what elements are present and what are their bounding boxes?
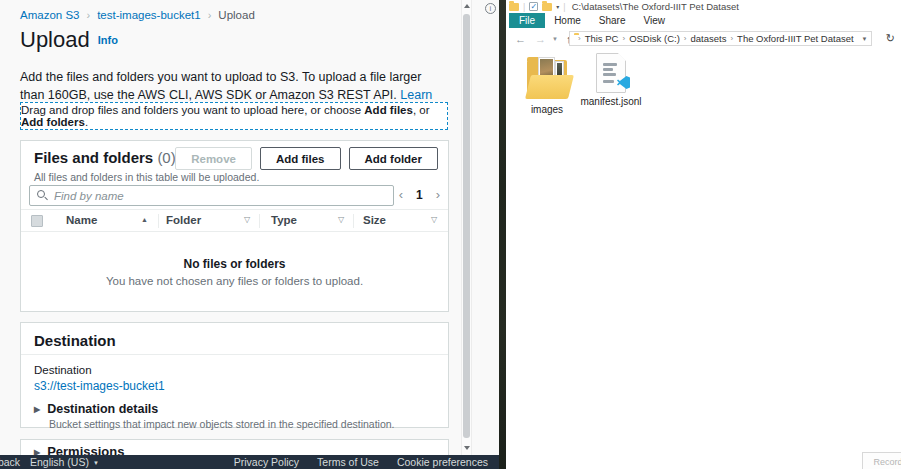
chevron-down-icon: ▼ <box>93 460 99 466</box>
page-title-text: Upload <box>20 27 90 52</box>
explorer-content: images manifest.jsonl <box>506 48 901 469</box>
column-header-type[interactable]: Type <box>271 214 297 226</box>
files-and-folders-card: Files and folders (0) Remove Add files A… <box>20 140 449 312</box>
destination-details-label: Destination details <box>47 402 158 416</box>
refresh-icon[interactable]: ↻ <box>886 32 895 45</box>
breadcrumb-separator-icon: › <box>208 9 212 21</box>
breadcrumb-bucket[interactable]: test-images-bucket1 <box>97 9 201 21</box>
desktop-wallpaper-gap <box>499 0 506 469</box>
language-selector[interactable]: English (US)▼ <box>30 456 99 468</box>
breadcrumb-current: Upload <box>218 9 254 21</box>
destination-label: Destination <box>34 364 92 376</box>
add-folder-button[interactable]: Add folder <box>349 147 439 170</box>
record-button-partial[interactable]: Record <box>862 452 901 469</box>
drag-drop-zone[interactable]: Drag and drop files and folders you want… <box>20 102 448 130</box>
page-prev-icon[interactable]: ‹ <box>399 187 403 202</box>
cookie-preferences-link[interactable]: Cookie preferences <box>397 456 488 468</box>
destination-card-title: Destination <box>34 332 116 349</box>
description-text: Add the files and folders you want to up… <box>20 70 421 102</box>
address-segment-this-pc[interactable]: This PC <box>585 33 619 44</box>
scroll-down-icon[interactable] <box>464 446 470 450</box>
footer-links: Privacy Policy Terms of Use Cookie prefe… <box>234 456 488 468</box>
scroll-up-icon[interactable] <box>464 4 470 8</box>
browser-scrollbar[interactable] <box>461 0 472 455</box>
tab-view[interactable]: View <box>635 13 675 28</box>
tab-file[interactable]: File <box>509 13 545 28</box>
files-count: (0) <box>157 149 175 166</box>
destination-details-desc: Bucket settings that impact new objects … <box>49 418 395 430</box>
column-divider <box>259 214 260 228</box>
scrollbar-thumb[interactable] <box>463 14 470 438</box>
page-number[interactable]: 1 <box>416 188 423 202</box>
quick-access-toolbar-caret-icon[interactable]: ▾ <box>556 3 559 10</box>
tab-share[interactable]: Share <box>590 13 635 28</box>
item-label: manifest.jsonl <box>576 96 646 107</box>
column-header-size[interactable]: Size <box>363 214 386 226</box>
images-folder-icon <box>524 53 570 101</box>
column-divider <box>158 214 159 228</box>
permissions-expander[interactable]: ▶Permissions <box>34 444 124 455</box>
select-all-checkbox[interactable] <box>31 215 43 227</box>
aws-console-footer: Feedback English (US)▼ Privacy Policy Te… <box>0 455 500 469</box>
filter-icon[interactable]: ▽ <box>244 215 250 224</box>
destination-details-expander[interactable]: ▶Destination details <box>34 402 158 416</box>
back-icon[interactable]: ← <box>515 33 526 45</box>
page-info-icon[interactable]: i <box>485 3 496 14</box>
separator: | <box>563 2 565 12</box>
file-explorer-window: | ✓ ▾ | C:\datasets\The Oxford-IIIT Pet … <box>506 0 901 469</box>
item-label: images <box>517 104 577 115</box>
file-item-manifest[interactable]: manifest.jsonl <box>576 53 646 107</box>
search-field-wrap <box>29 185 394 206</box>
pagination: ‹ 1 › <box>399 187 440 202</box>
page-next-icon[interactable]: › <box>436 187 440 202</box>
explorer-titlebar: | ✓ ▾ | C:\datasets\The Oxford-IIIT Pet … <box>506 0 901 13</box>
filter-icon[interactable]: ▽ <box>338 215 344 224</box>
explorer-app-icon <box>509 3 519 11</box>
info-link[interactable]: Info <box>98 34 118 46</box>
column-divider <box>353 214 354 228</box>
properties-check-icon[interactable]: ✓ <box>529 2 538 11</box>
address-bar[interactable]: › This PC › OSDisk (C:) › datasets › The… <box>569 31 872 46</box>
aws-s3-upload-page: Amazon S3›test-images-bucket1›Upload Upl… <box>0 0 500 469</box>
column-header-folder[interactable]: Folder <box>166 214 201 226</box>
address-segment-datasets[interactable]: datasets <box>690 33 726 44</box>
breadcrumb-separator-icon: › <box>86 9 90 21</box>
address-separator-icon: › <box>622 34 625 43</box>
history-dropdown-icon[interactable]: ▼ <box>552 36 558 42</box>
add-files-button[interactable]: Add files <box>260 147 341 170</box>
filter-icon[interactable]: ▽ <box>431 215 437 224</box>
window-title: C:\datasets\The Oxford-IIIT Pet Dataset <box>572 1 739 12</box>
remove-button[interactable]: Remove <box>175 147 252 170</box>
terms-of-use-link[interactable]: Terms of Use <box>317 456 379 468</box>
privacy-policy-link[interactable]: Privacy Policy <box>234 456 299 468</box>
forward-icon[interactable]: → <box>535 33 546 45</box>
address-segment-osdisk[interactable]: OSDisk (C:) <box>629 33 680 44</box>
breadcrumb: Amazon S3›test-images-bucket1›Upload <box>20 9 255 21</box>
search-input[interactable] <box>29 185 394 206</box>
page-title: UploadInfo <box>20 27 118 53</box>
files-card-actions: Remove Add files Add folder <box>175 147 438 170</box>
search-icon <box>37 190 45 198</box>
empty-state-title: No files or folders <box>21 257 448 271</box>
screenshot-root: Amazon S3›test-images-bucket1›Upload Upl… <box>0 0 901 469</box>
ribbon-tabs: File Home Share View <box>506 13 901 28</box>
destination-card: Destination Destination s3://test-images… <box>20 322 449 428</box>
permissions-label: Permissions <box>47 444 124 455</box>
breadcrumb-amazon-s3[interactable]: Amazon S3 <box>20 9 79 21</box>
separator: | <box>523 2 525 12</box>
folder-item-images[interactable]: images <box>517 53 577 115</box>
column-header-name[interactable]: Name <box>66 214 97 226</box>
tab-home[interactable]: Home <box>545 13 590 28</box>
vscode-badge-icon <box>617 76 630 89</box>
address-dropdown-icon[interactable]: ▼ <box>862 36 868 42</box>
empty-state-text: You have not chosen any files or folders… <box>21 275 448 287</box>
address-segment-dataset-folder[interactable]: The Oxford-IIIT Pet Dataset <box>737 33 854 44</box>
new-folder-icon[interactable] <box>542 3 552 11</box>
sort-ascending-icon[interactable]: ▲ <box>141 216 148 223</box>
permissions-card: ▶Permissions <box>20 439 449 455</box>
feedback-link[interactable]: Feedback <box>0 456 20 468</box>
destination-bucket-link[interactable]: s3://test-images-bucket1 <box>34 379 165 393</box>
dropzone-text: Drag and drop files and folders you want… <box>21 104 447 128</box>
divider <box>21 354 448 355</box>
jsonl-file-icon <box>596 53 626 93</box>
